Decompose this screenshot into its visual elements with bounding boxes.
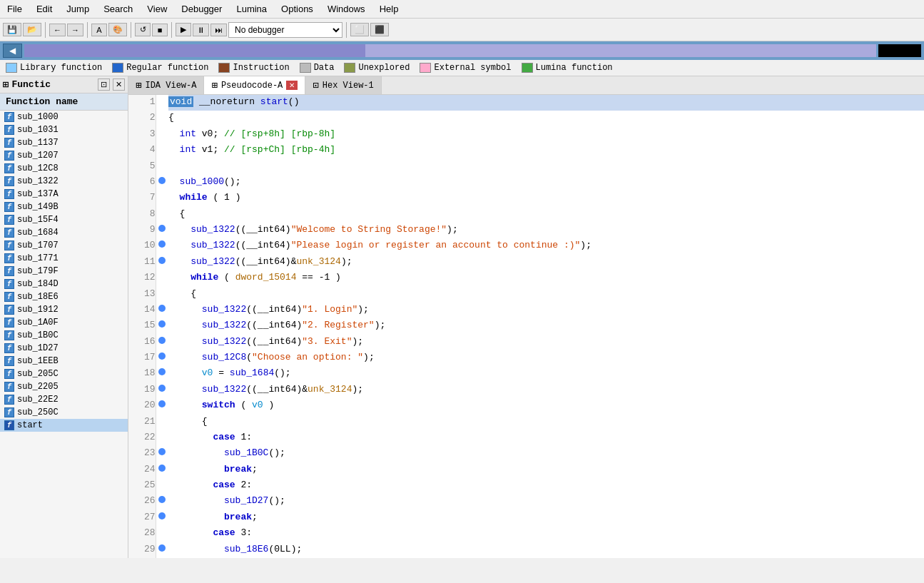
toolbar-stop[interactable]: ■ (152, 24, 168, 36)
func-item-sub1771[interactable]: fsub_1771 (0, 252, 128, 265)
func-item-sub1000[interactable]: fsub_1000 (0, 111, 128, 123)
line-code[interactable]: sub_1322((__int64)&unk_3124); (168, 382, 924, 398)
line-code[interactable]: sub_1B0C(); (168, 446, 924, 462)
line-code[interactable]: case 3: (168, 526, 924, 542)
line-code[interactable]: break; (168, 462, 924, 478)
func-item-sub1a0f[interactable]: fsub_1A0F (0, 316, 128, 329)
code-area[interactable]: 1 void __noreturn start() 2 { 3 i (128, 95, 924, 558)
line-code[interactable]: sub_12C8("Choose an option: "); (168, 350, 924, 366)
legend-external-label: External symbol (434, 63, 511, 73)
func-item-sub18e6[interactable]: fsub_18E6 (0, 290, 128, 303)
menu-windows[interactable]: Windows (325, 2, 368, 16)
func-item-sub22e2[interactable]: fsub_22E2 (0, 393, 128, 406)
func-item-sub184d[interactable]: fsub_184D (0, 278, 128, 290)
line-dot (156, 398, 168, 414)
line-code[interactable]: { (168, 207, 924, 223)
line-code[interactable]: while ( 1 ) (168, 191, 924, 206)
table-row: 8 { (128, 207, 924, 223)
func-item-sub1d27[interactable]: fsub_1D27 (0, 342, 128, 355)
line-code[interactable]: v0 = sub_1684(); (168, 366, 924, 382)
menu-lumina[interactable]: Lumina (233, 2, 270, 16)
toolbar-back[interactable]: ← (49, 24, 66, 36)
func-item-sub1b0c[interactable]: fsub_1B0C (0, 329, 128, 342)
menu-debugger[interactable]: Debugger (178, 2, 225, 16)
nav-back[interactable]: ◀ (3, 44, 22, 58)
line-code[interactable]: sub_1322((__int64)"1. Login"); (168, 303, 924, 318)
line-dot (156, 127, 168, 143)
func-item-sub1207[interactable]: fsub_1207 (0, 149, 128, 162)
toolbar-refresh[interactable]: ↺ (135, 23, 151, 36)
toolbar-color[interactable]: 🎨 (108, 23, 127, 36)
line-number: 10 (128, 238, 156, 254)
line-code[interactable]: sub_1322((__int64)"3. Exit"); (168, 335, 924, 350)
func-item-sub250c[interactable]: fsub_250C (0, 406, 128, 419)
line-code[interactable]: sub_1322((__int64)"Welcome to String Sto… (168, 223, 924, 238)
line-dot (156, 255, 168, 270)
line-code[interactable]: int v0; // [rsp+8h] [rbp-8h] (168, 127, 924, 143)
toolbar-step[interactable]: ⏭ (210, 24, 227, 36)
menu-edit[interactable]: Edit (34, 2, 55, 16)
line-code[interactable]: { (168, 415, 924, 430)
sidebar-close-btn[interactable]: ✕ (113, 78, 125, 91)
line-code[interactable]: int v1; // [rsp+Ch] [rbp-4h] (168, 143, 924, 158)
toolbar-open[interactable]: 📂 (23, 23, 41, 36)
line-code[interactable]: sub_1322((__int64)&unk_3124); (168, 255, 924, 270)
call-sub1322-6: sub_1322 (202, 336, 246, 347)
toolbar-pause[interactable]: ⏸ (193, 24, 209, 36)
line-code[interactable]: case 2: (168, 478, 924, 494)
toolbar-new[interactable]: 💾 (3, 23, 21, 36)
func-label: sub_1912 (17, 305, 59, 315)
func-item-sub15f4[interactable]: fsub_15F4 (0, 213, 128, 226)
func-item-sub1684[interactable]: fsub_1684 (0, 226, 128, 239)
line-code[interactable]: sub_1322((__int64)"2. Register"); (168, 318, 924, 334)
table-row: 18 v0 = sub_1684(); (128, 366, 924, 382)
line-code[interactable]: sub_1D27(); (168, 494, 924, 510)
tab-pseudocode[interactable]: ⊞ Pseudocode-A ✕ (204, 76, 305, 94)
line-code[interactable]: sub_1322((__int64)"Please login or regis… (168, 238, 924, 254)
line-code[interactable]: break; (168, 510, 924, 526)
line-code[interactable]: case 1: (168, 430, 924, 446)
toolbar-hex1[interactable]: ⬜ (350, 23, 369, 36)
tab-hex-view[interactable]: ⊡ Hex View-1 (305, 76, 381, 94)
sidebar-icon: ⊞ (3, 78, 9, 91)
tab-pseudo-close[interactable]: ✕ (286, 81, 298, 90)
func-item-sub1eeb[interactable]: fsub_1EEB (0, 355, 128, 367)
line-code[interactable]: sub_18E6(0LL); (168, 542, 924, 559)
func-item-sub205c[interactable]: fsub_205C (0, 367, 128, 380)
func-item-start[interactable]: fstart (0, 419, 128, 432)
line-code[interactable] (168, 159, 924, 175)
menu-view[interactable]: View (144, 2, 170, 16)
menu-file[interactable]: File (4, 2, 25, 16)
line-number: 12 (128, 270, 156, 286)
func-item-sub149b[interactable]: fsub_149B (0, 201, 128, 213)
func-item-sub179f[interactable]: fsub_179F (0, 265, 128, 278)
line-code[interactable]: void __noreturn start() (168, 95, 924, 111)
line-code[interactable]: sub_1000(); (168, 175, 924, 191)
func-item-sub1031[interactable]: fsub_1031 (0, 123, 128, 136)
func-item-sub2205[interactable]: fsub_2205 (0, 380, 128, 393)
func-item-sub1322[interactable]: fsub_1322 (0, 175, 128, 188)
toolbar-run[interactable]: ▶ (176, 23, 191, 36)
toolbar-font[interactable]: A (91, 24, 107, 36)
toolbar-hex2[interactable]: ⬛ (370, 23, 389, 36)
func-item-sub137a[interactable]: fsub_137A (0, 188, 128, 201)
legend-unexplored-color (344, 63, 355, 73)
func-item-sub1707[interactable]: fsub_1707 (0, 239, 128, 252)
line-code[interactable]: switch ( v0 ) (168, 398, 924, 414)
line-code[interactable]: { (168, 111, 924, 126)
tab-ida-view[interactable]: ⊞ IDA View-A (128, 76, 204, 94)
menu-jump[interactable]: Jump (64, 2, 92, 16)
tab-hex-icon: ⊡ (313, 79, 318, 91)
func-item-sub1912[interactable]: fsub_1912 (0, 303, 128, 316)
func-item-sub1137[interactable]: fsub_1137 (0, 136, 128, 149)
line-code[interactable]: { (168, 287, 924, 303)
toolbar-forward[interactable]: → (67, 24, 83, 36)
sidebar-float-btn[interactable]: ⊡ (98, 78, 110, 91)
debugger-select[interactable]: No debugger (228, 22, 342, 38)
menu-options[interactable]: Options (278, 2, 316, 16)
line-code[interactable]: while ( dword_15014 == -1 ) (168, 270, 924, 286)
func-icon: f (4, 151, 14, 161)
menu-help[interactable]: Help (377, 2, 402, 16)
menu-search[interactable]: Search (101, 2, 136, 16)
func-item-sub12c8[interactable]: fsub_12C8 (0, 162, 128, 175)
